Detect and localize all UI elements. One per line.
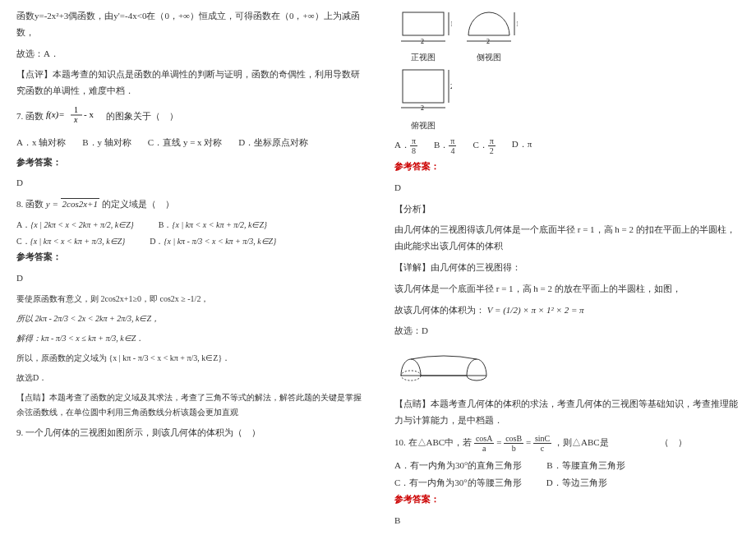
question-9: 9. 一个几何体的三视图如图所示，则该几何体的体积为（ ） bbox=[16, 425, 362, 441]
q-pre: 10. 在△ABC中，若 bbox=[394, 437, 474, 447]
opt-d: D．坐标原点对称 bbox=[238, 135, 308, 151]
q-label: 8. 函数 bbox=[16, 199, 44, 209]
fig-label: 俯视图 bbox=[394, 118, 452, 133]
q-post: ，则△ABC是 bbox=[554, 437, 609, 447]
opt-c: C．有一内角为30°的等腰三角形 bbox=[394, 475, 522, 491]
svg-text:x: x bbox=[73, 115, 78, 124]
svg-text:1: 1 bbox=[450, 21, 452, 28]
analysis-text: 由几何体的三视图得该几何体是一个底面半径 r = 1，高 h = 2 的扣在平面… bbox=[394, 222, 740, 255]
opt-d: D．等边三角形 bbox=[546, 475, 607, 491]
answer-9: D bbox=[394, 180, 740, 196]
half-cylinder-figure bbox=[394, 344, 740, 391]
conclusion: 故选：D bbox=[394, 323, 740, 339]
q10-options: A．有一内角为30°的直角三角形 B．等腰直角三角形 C．有一内角为30°的等腰… bbox=[394, 458, 740, 492]
answer-10: B bbox=[394, 513, 740, 529]
svg-rect-14 bbox=[403, 70, 444, 103]
right-column: 21 正视图 21 侧视图 22 俯视图 A．π8 B．π4 C．π2 D．π … bbox=[378, 8, 756, 527]
svg-text:1: 1 bbox=[516, 21, 518, 28]
svg-text:2: 2 bbox=[421, 38, 424, 45]
side-view: 21 侧视图 bbox=[460, 8, 518, 65]
opt-c: C．{x | kπ < x < kπ + π/3, k∈Z} bbox=[16, 234, 125, 249]
text: 函数y=-2x²+3偶函数，由y'=-4x<0在（0，+∞）恒成立，可得函数在（… bbox=[16, 8, 362, 41]
formula-volume: V = (1/2) × π × 1² × 2 = π bbox=[487, 305, 584, 315]
opt-d: D．{x | kπ - π/3 < x < kπ + π/3, k∈Z} bbox=[150, 234, 276, 249]
three-views-row1: 21 正视图 21 侧视图 bbox=[394, 8, 740, 65]
question-8: 8. 函数 y = 2cos2x+1 的定义域是（ ） bbox=[16, 196, 362, 213]
solution-line: 所以 2kπ - 2π/3 < 2x < 2kπ + 2π/3, k∈Z， bbox=[16, 311, 362, 326]
opt-c: C．π2 bbox=[472, 136, 495, 155]
comment: 【点睛】本题考查了函数的定义域及其求法，考查了三角不等式的解法，解答此题的关键是… bbox=[16, 390, 362, 420]
volume-line: 故该几何体的体积为： V = (1/2) × π × 1² × 2 = π bbox=[394, 302, 740, 319]
opt-a: A．{x | 2kπ < x < 2kπ + π/2, k∈Z} bbox=[16, 218, 134, 233]
answer-label: 参考答案： bbox=[394, 159, 740, 175]
q8-options: A．{x | 2kπ < x < 2kπ + π/2, k∈Z} B．{x | … bbox=[16, 218, 362, 249]
fig-label: 侧视图 bbox=[460, 50, 518, 65]
fig-label: 正视图 bbox=[394, 50, 452, 65]
svg-text:f(x)=: f(x)= bbox=[46, 109, 65, 120]
question-7: 7. 函数 f(x)=1x- x 的图象关于（ ） bbox=[16, 104, 362, 130]
q-rest: 的图象关于（ ） bbox=[106, 111, 178, 121]
front-view: 21 正视图 bbox=[394, 8, 452, 65]
q-label: 7. 函数 bbox=[16, 111, 44, 121]
top-view: 22 俯视图 bbox=[394, 68, 452, 133]
answer-8: D bbox=[16, 270, 362, 287]
q9-options: A．π8 B．π4 C．π2 D．π bbox=[394, 136, 740, 155]
solution-line: 要使原函数有意义，则 2cos2x+1≥0，即 cos2x ≥ -1/2， bbox=[16, 292, 362, 307]
answer-label: 参考答案： bbox=[16, 249, 362, 265]
opt-b: B．{x | kπ < x < kπ + π/2, k∈Z} bbox=[159, 218, 267, 233]
formula-sqrt: y = 2cos2x+1 bbox=[46, 198, 99, 209]
formula-ratio: cosAa = cosBb = sinCc bbox=[474, 434, 551, 453]
svg-text:2: 2 bbox=[421, 104, 424, 112]
text: 故该几何体的体积为： bbox=[394, 305, 485, 315]
left-column: 函数y=-2x²+3偶函数，由y'=-4x<0在（0，+∞）恒成立，可得函数在（… bbox=[0, 8, 378, 527]
question-10: 10. 在△ABC中，若 cosAa = cosBb = sinCc ，则△AB… bbox=[394, 434, 740, 453]
solution-line: 故选D． bbox=[16, 371, 362, 385]
opt-b: B．等腰直角三角形 bbox=[546, 458, 625, 474]
answer-7: D bbox=[16, 175, 362, 191]
svg-rect-5 bbox=[403, 12, 444, 35]
svg-text:2: 2 bbox=[450, 83, 452, 90]
opt-b: B．π4 bbox=[434, 136, 456, 155]
svg-text:- x: - x bbox=[84, 109, 94, 119]
detail-label: 【详解】由几何体的三视图得： bbox=[394, 260, 740, 276]
answer-label: 参考答案： bbox=[394, 491, 740, 508]
comment: 【点睛】本题考查几何体的体积的求法，考查几何体的三视图等基础知识，考查推理能力与… bbox=[394, 396, 740, 429]
opt-b: B．y 轴对称 bbox=[82, 135, 131, 151]
opt-c: C．直线 y = x 对称 bbox=[148, 135, 223, 151]
q7-options: A．x 轴对称 B．y 轴对称 C．直线 y = x 对称 D．坐标原点对称 bbox=[16, 135, 362, 151]
solution-line: 所以，原函数的定义域为 {x | kπ - π/3 < x < kπ + π/3… bbox=[16, 351, 362, 366]
comment: 【点评】本题考查的知识点是函数的单调性的判断与证明，函数的奇偶性，利用导数研究函… bbox=[16, 67, 362, 99]
opt-d: D．π bbox=[512, 136, 532, 155]
sqrt-expr: 2cos2x+1 bbox=[61, 198, 99, 209]
detail-text: 该几何体是一个底面半径 r = 1，高 h = 2 的放在平面上的半圆柱，如图， bbox=[394, 281, 740, 297]
text: 故选：A． bbox=[16, 46, 362, 62]
opt-a: A．x 轴对称 bbox=[16, 135, 66, 151]
opt-a: A．π8 bbox=[394, 136, 417, 155]
opt-a: A．有一内角为30°的直角三角形 bbox=[394, 458, 522, 474]
formula-fx: f(x)=1x- x bbox=[46, 104, 104, 130]
three-views-row2: 22 俯视图 bbox=[394, 68, 740, 133]
svg-text:2: 2 bbox=[486, 38, 490, 45]
q-rest: 的定义域是（ ） bbox=[102, 199, 174, 209]
analysis-label: 【分析】 bbox=[394, 201, 740, 218]
q-blank: （ ） bbox=[660, 437, 687, 447]
svg-text:1: 1 bbox=[74, 105, 78, 114]
answer-label: 参考答案： bbox=[16, 155, 362, 171]
solution-line: 解得：kπ - π/3 < x ≤ kπ + π/3, k∈Z． bbox=[16, 331, 362, 346]
